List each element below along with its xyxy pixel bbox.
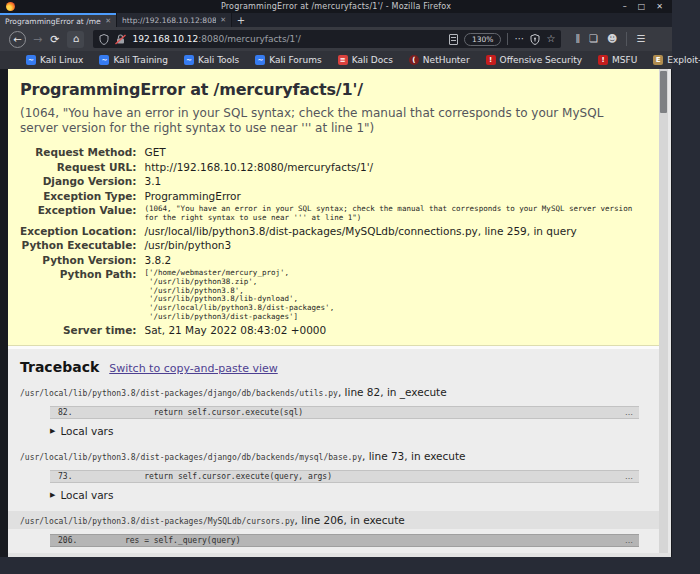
bookmark-item[interactable]: E Exploit-DB bbox=[653, 55, 700, 65]
reload-button[interactable]: ⟳ bbox=[50, 34, 59, 45]
title-bar: ProgrammingError at /mercuryfacts/1'/ - … bbox=[0, 0, 672, 13]
meta-label: Exception Location: bbox=[20, 224, 145, 239]
page-viewport: ProgrammingError at /mercuryfacts/1'/ (1… bbox=[8, 69, 659, 553]
urlbar-divider bbox=[507, 33, 508, 45]
code-line-number: 206. bbox=[58, 536, 77, 545]
library-icon[interactable]: ⫼ bbox=[575, 34, 580, 44]
expand-triangle-icon: ▶ bbox=[50, 491, 55, 499]
meta-value: 3.1 bbox=[145, 174, 645, 189]
minimize-button[interactable]: – bbox=[623, 0, 627, 13]
frame-file-path: /usr/local/lib/python3.8/dist-packages/d… bbox=[20, 453, 362, 462]
bookmark-item[interactable]: ≡ Kali Docs bbox=[338, 55, 393, 65]
meta-row: Request Method: GET bbox=[20, 145, 645, 160]
bookmark-label: MSFU bbox=[612, 55, 637, 65]
meta-value: GET bbox=[145, 145, 645, 160]
meta-label: Server time: bbox=[20, 323, 145, 338]
meta-label: Request Method: bbox=[20, 145, 145, 160]
local-vars-toggle[interactable]: ▶ Local vars bbox=[50, 425, 647, 437]
bookmark-item[interactable]: ~ Kali Linux bbox=[26, 55, 83, 65]
maximize-button[interactable]: □ bbox=[638, 0, 646, 13]
expand-triangle-icon: ▶ bbox=[50, 427, 55, 435]
frame-code-line[interactable]: 73. return self.cursor.execute(query, ar… bbox=[50, 470, 639, 483]
meta-row: Python Version: 3.8.2 bbox=[20, 253, 645, 268]
bookmarks-toolbar: ~ Kali Linux ~ Kali Training ~ Kali Tool… bbox=[0, 51, 672, 69]
meta-value: ProgrammingError bbox=[145, 189, 645, 204]
traceback-frames: /usr/local/lib/python3.8/dist-packages/d… bbox=[20, 383, 647, 553]
code-line-number: 73. bbox=[58, 472, 72, 481]
bookmark-favicon: ~ bbox=[26, 55, 36, 65]
account-icon[interactable]: ☻ bbox=[607, 34, 617, 44]
frame-line-info: , line 82, in _execute bbox=[338, 386, 447, 398]
bookmark-favicon: ~ bbox=[99, 55, 109, 65]
meta-label: Exception Type: bbox=[20, 189, 145, 204]
tracking-protection-shield-icon[interactable] bbox=[99, 34, 109, 45]
meta-row: Python Executable: /usr/bin/python3 bbox=[20, 238, 645, 253]
close-button[interactable]: ✕ bbox=[656, 0, 663, 13]
meta-value: (1064, "You have an error in your SQL sy… bbox=[145, 203, 645, 224]
tab-close-icon[interactable]: ✕ bbox=[105, 17, 111, 25]
bookmark-favicon: ! bbox=[486, 55, 496, 65]
frame-header: /usr/local/lib/python3.8/dist-packages/d… bbox=[20, 383, 647, 401]
expand-context-ellipsis[interactable]: … bbox=[625, 472, 633, 481]
bookmark-item[interactable]: ! MSFU bbox=[598, 55, 637, 65]
bookmark-star-icon[interactable]: ☆ bbox=[546, 34, 555, 44]
home-button[interactable]: ⌂ bbox=[67, 31, 84, 48]
window-right-edge bbox=[668, 69, 671, 556]
error-subtitle: (1064, "You have an error in your SQL sy… bbox=[20, 106, 640, 136]
url-bar[interactable]: 192.168.10.12:8080/mercuryfacts/1'/ 130%… bbox=[93, 30, 561, 48]
reader-mode-icon[interactable] bbox=[449, 34, 458, 45]
meta-label: Exception Value: bbox=[20, 203, 145, 224]
insecure-lock-icon[interactable] bbox=[115, 34, 126, 45]
error-title: ProgrammingError at /mercuryfacts/1'/ bbox=[20, 80, 645, 99]
meta-row: Exception Value: (1064, "You have an err… bbox=[20, 203, 645, 224]
bookmark-label: Exploit-DB bbox=[667, 55, 700, 65]
browser-tab[interactable]: http://192.168.10.12:8080/m ✕ bbox=[116, 13, 232, 27]
expand-context-ellipsis[interactable]: … bbox=[625, 408, 633, 417]
meta-value: Sat, 21 May 2022 08:43:02 +0000 bbox=[145, 323, 645, 338]
bookmark-label: Kali Training bbox=[113, 55, 168, 65]
local-vars-toggle[interactable]: ▶ Local vars bbox=[50, 489, 647, 501]
forward-button[interactable]: → bbox=[33, 34, 42, 45]
browser-tab[interactable]: ProgrammingError at /merc ✕ bbox=[0, 13, 116, 27]
frame-header: /usr/local/lib/python3.8/dist-packages/M… bbox=[8, 511, 659, 529]
meta-row: Server time: Sat, 21 May 2022 08:43:02 +… bbox=[20, 323, 645, 338]
bookmark-favicon: E bbox=[653, 55, 663, 65]
meta-label: Python Path: bbox=[20, 267, 145, 323]
menu-hamburger-icon[interactable]: ☰ bbox=[636, 34, 645, 44]
bookmark-label: Offensive Security bbox=[500, 55, 582, 65]
page-actions-icon[interactable]: ⋯ bbox=[514, 34, 524, 44]
bookmark-item[interactable]: ( NetHunter bbox=[409, 55, 470, 65]
code-line-number: 82. bbox=[58, 408, 72, 417]
bookmark-item[interactable]: ! Offensive Security bbox=[486, 55, 582, 65]
tab-close-icon[interactable]: ✕ bbox=[220, 16, 226, 24]
bookmark-label: NetHunter bbox=[423, 55, 470, 65]
error-meta-table: Request Method: GET Request URL: http://… bbox=[20, 145, 645, 337]
frame-line-info: , line 206, in execute bbox=[295, 514, 405, 526]
frame-code-line[interactable]: 206. res = self._query(query) … bbox=[50, 534, 639, 547]
tab-bar: ProgrammingError at /merc ✕ http://192.1… bbox=[0, 13, 672, 27]
url-host: 192.168.10.12 bbox=[132, 34, 198, 44]
bookmark-label: Kali Docs bbox=[352, 55, 393, 65]
back-button[interactable]: ← bbox=[9, 31, 26, 48]
expand-context-ellipsis[interactable]: … bbox=[625, 536, 633, 545]
bookmark-favicon: ≡ bbox=[338, 55, 348, 65]
sidebar-toggle-icon[interactable]: ❏ bbox=[589, 34, 598, 44]
frame-code-line[interactable]: 82. return self.cursor.execute(sql) … bbox=[50, 406, 639, 419]
new-tab-button[interactable]: + bbox=[232, 13, 250, 27]
bookmark-item[interactable]: ~ Kali Training bbox=[99, 55, 168, 65]
protections-shield-icon[interactable] bbox=[530, 34, 540, 45]
switch-view-link[interactable]: Switch to copy-and-paste view bbox=[109, 362, 277, 375]
meta-value: 3.8.2 bbox=[145, 253, 645, 268]
url-text[interactable]: 192.168.10.12:8080/mercuryfacts/1'/ bbox=[132, 34, 449, 44]
frame-file-path: /usr/local/lib/python3.8/dist-packages/M… bbox=[20, 517, 295, 526]
bookmark-item[interactable]: ~ Kali Forums bbox=[255, 55, 321, 65]
frame-header: /usr/local/lib/python3.8/dist-packages/d… bbox=[20, 447, 647, 465]
page-scrollbar[interactable] bbox=[659, 69, 668, 553]
frame-line-info: , line 73, in execute bbox=[362, 450, 466, 462]
scrollbar-thumb[interactable] bbox=[660, 71, 667, 113]
meta-row: Exception Type: ProgrammingError bbox=[20, 189, 645, 204]
meta-label: Python Version: bbox=[20, 253, 145, 268]
zoom-level-indicator[interactable]: 130% bbox=[464, 33, 501, 46]
meta-label: Python Executable: bbox=[20, 238, 145, 253]
bookmark-item[interactable]: ~ Kali Tools bbox=[184, 55, 239, 65]
